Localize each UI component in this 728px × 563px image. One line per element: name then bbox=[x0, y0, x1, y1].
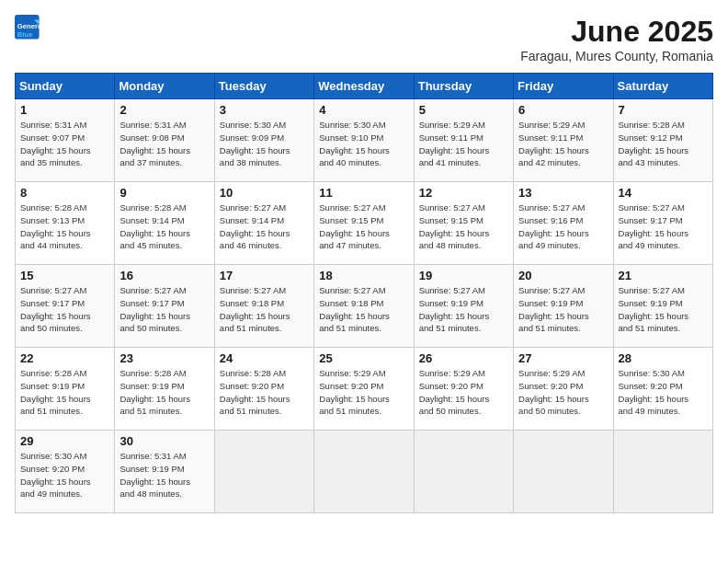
table-row: 1Sunrise: 5:31 AMSunset: 9:07 PMDaylight… bbox=[16, 99, 115, 182]
svg-text:Blue: Blue bbox=[17, 30, 33, 39]
table-row: 10Sunrise: 5:27 AMSunset: 9:14 PMDayligh… bbox=[214, 182, 313, 265]
col-sunday: Sunday bbox=[16, 74, 115, 99]
table-row: 8Sunrise: 5:28 AMSunset: 9:13 PMDaylight… bbox=[16, 182, 115, 265]
table-row bbox=[613, 431, 712, 513]
table-row: 14Sunrise: 5:27 AMSunset: 9:17 PMDayligh… bbox=[613, 182, 712, 265]
table-row: 15Sunrise: 5:27 AMSunset: 9:17 PMDayligh… bbox=[16, 265, 115, 348]
table-row: 20Sunrise: 5:27 AMSunset: 9:19 PMDayligh… bbox=[514, 265, 613, 348]
calendar-title: June 2025 bbox=[520, 15, 713, 49]
col-saturday: Saturday bbox=[613, 74, 712, 99]
table-row: 23Sunrise: 5:28 AMSunset: 9:19 PMDayligh… bbox=[115, 348, 214, 431]
table-row: 12Sunrise: 5:27 AMSunset: 9:15 PMDayligh… bbox=[414, 182, 513, 265]
table-row: 7Sunrise: 5:28 AMSunset: 9:12 PMDaylight… bbox=[613, 99, 712, 182]
calendar-week-5: 29Sunrise: 5:30 AMSunset: 9:20 PMDayligh… bbox=[16, 431, 713, 513]
calendar-header-row: Sunday Monday Tuesday Wednesday Thursday… bbox=[16, 74, 713, 99]
calendar-week-4: 22Sunrise: 5:28 AMSunset: 9:19 PMDayligh… bbox=[16, 348, 713, 431]
col-thursday: Thursday bbox=[414, 74, 513, 99]
calendar-subtitle: Faragau, Mures County, Romania bbox=[520, 49, 713, 63]
table-row: 30Sunrise: 5:31 AMSunset: 9:19 PMDayligh… bbox=[115, 431, 214, 513]
table-row: 26Sunrise: 5:29 AMSunset: 9:20 PMDayligh… bbox=[414, 348, 513, 431]
calendar-week-1: 1Sunrise: 5:31 AMSunset: 9:07 PMDaylight… bbox=[16, 99, 713, 182]
table-row: 22Sunrise: 5:28 AMSunset: 9:19 PMDayligh… bbox=[16, 348, 115, 431]
table-row bbox=[314, 431, 414, 513]
col-monday: Monday bbox=[115, 74, 214, 99]
table-row: 3Sunrise: 5:30 AMSunset: 9:09 PMDaylight… bbox=[214, 99, 313, 182]
table-row: 28Sunrise: 5:30 AMSunset: 9:20 PMDayligh… bbox=[613, 348, 712, 431]
table-row: 2Sunrise: 5:31 AMSunset: 9:08 PMDaylight… bbox=[115, 99, 214, 182]
col-friday: Friday bbox=[514, 74, 613, 99]
calendar-table: Sunday Monday Tuesday Wednesday Thursday… bbox=[15, 73, 713, 513]
table-row: 29Sunrise: 5:30 AMSunset: 9:20 PMDayligh… bbox=[16, 431, 115, 513]
table-row: 9Sunrise: 5:28 AMSunset: 9:14 PMDaylight… bbox=[115, 182, 214, 265]
table-row bbox=[514, 431, 613, 513]
table-row bbox=[214, 431, 313, 513]
table-row: 6Sunrise: 5:29 AMSunset: 9:11 PMDaylight… bbox=[514, 99, 613, 182]
table-row: 4Sunrise: 5:30 AMSunset: 9:10 PMDaylight… bbox=[314, 99, 414, 182]
table-row: 27Sunrise: 5:29 AMSunset: 9:20 PMDayligh… bbox=[514, 348, 613, 431]
table-row: 19Sunrise: 5:27 AMSunset: 9:19 PMDayligh… bbox=[414, 265, 513, 348]
header: General Blue June 2025 Faragau, Mures Co… bbox=[15, 15, 713, 63]
table-row bbox=[414, 431, 513, 513]
title-area: June 2025 Faragau, Mures County, Romania bbox=[520, 15, 713, 63]
table-row: 16Sunrise: 5:27 AMSunset: 9:17 PMDayligh… bbox=[115, 265, 214, 348]
table-row: 21Sunrise: 5:27 AMSunset: 9:19 PMDayligh… bbox=[613, 265, 712, 348]
col-wednesday: Wednesday bbox=[314, 74, 414, 99]
generalblue-logo-icon: General Blue bbox=[15, 15, 40, 40]
table-row: 18Sunrise: 5:27 AMSunset: 9:18 PMDayligh… bbox=[314, 265, 414, 348]
col-tuesday: Tuesday bbox=[214, 74, 313, 99]
svg-text:General: General bbox=[17, 22, 40, 30]
table-row: 13Sunrise: 5:27 AMSunset: 9:16 PMDayligh… bbox=[514, 182, 613, 265]
table-row: 5Sunrise: 5:29 AMSunset: 9:11 PMDaylight… bbox=[414, 99, 513, 182]
calendar-week-3: 15Sunrise: 5:27 AMSunset: 9:17 PMDayligh… bbox=[16, 265, 713, 348]
table-row: 25Sunrise: 5:29 AMSunset: 9:20 PMDayligh… bbox=[314, 348, 414, 431]
calendar-week-2: 8Sunrise: 5:28 AMSunset: 9:13 PMDaylight… bbox=[16, 182, 713, 265]
table-row: 17Sunrise: 5:27 AMSunset: 9:18 PMDayligh… bbox=[214, 265, 313, 348]
table-row: 11Sunrise: 5:27 AMSunset: 9:15 PMDayligh… bbox=[314, 182, 414, 265]
logo: General Blue bbox=[15, 15, 40, 40]
table-row: 24Sunrise: 5:28 AMSunset: 9:20 PMDayligh… bbox=[214, 348, 313, 431]
